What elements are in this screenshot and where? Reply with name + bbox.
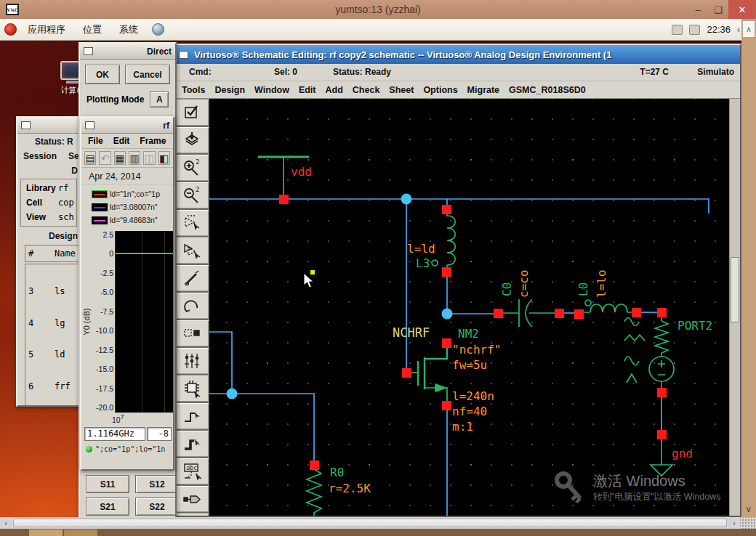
nm2-m-label[interactable]: m:1 [452,420,473,434]
overlay-icon[interactable]: ◫ [143,151,155,165]
vdd-label[interactable]: vdd [291,165,312,179]
view-value[interactable]: sch [58,212,74,222]
menu-frame[interactable]: Frame [140,136,166,146]
undo-icon[interactable]: ↶ [99,151,110,165]
l3-name-label[interactable]: L3 [416,256,430,270]
maximize-button[interactable]: ❑ [708,0,728,19]
ok-button[interactable]: OK [85,65,120,84]
r0-param-label[interactable]: r=2.5K [329,482,371,495]
cancel-button[interactable]: Cancel [125,65,170,84]
l0-name-label[interactable]: L0 [576,283,590,296]
scroll-left-icon[interactable]: ‹ [0,519,12,527]
menu-check[interactable]: Check [353,85,380,95]
net-label-nchrf[interactable]: NCHRF [393,325,430,340]
table-row[interactable]: 4 lg [28,318,79,330]
port2-name-label[interactable]: PORT2 [677,319,712,333]
menu-tools[interactable]: Tools [182,85,205,95]
taskbar-button[interactable] [64,529,97,536]
wire-name-icon[interactable]: abc [174,458,209,485]
frequency-field[interactable]: 1.1164GHz [84,427,145,441]
vnc-vertical-scrollbar[interactable]: ∧ ∨ [741,19,756,517]
patchcord-icon[interactable] [174,347,209,375]
table-row[interactable]: 5 ld [28,349,79,361]
stretch-icon[interactable] [174,209,209,237]
nm2-model-label[interactable]: "nchrf" [452,343,501,357]
scrollbar-thumb[interactable] [731,257,739,322]
c0-param-label[interactable]: c=co [517,269,531,298]
waveform-titlebar[interactable]: rf [81,118,173,134]
menu-design[interactable]: Design [214,85,245,95]
plot-canvas[interactable] [115,231,173,413]
nm2-nf-label[interactable]: nf=40 [452,405,487,418]
value-field[interactable]: -8 [147,427,172,441]
vnc-horizontal-scrollbar[interactable]: ‹ › [0,517,756,529]
plotting-mode-dropdown[interactable]: A [150,92,169,107]
menu-applications[interactable]: 应用程序 [21,23,72,36]
scroll-right-icon[interactable]: › [728,519,740,527]
table-row[interactable]: 3 ls [28,286,79,298]
menu-sheet[interactable]: Sheet [389,85,414,95]
nm2-l-label[interactable]: l=240n [452,389,494,403]
menu-pdk[interactable]: GSMC_R018S6D0 [509,85,586,95]
menu-edit[interactable]: Edit [299,85,316,95]
gnd-label[interactable]: gnd [672,447,693,460]
print-icon[interactable]: ▤ [84,151,96,165]
s11-button[interactable]: S11 [86,475,129,493]
window-menu-icon[interactable] [21,121,31,129]
menu-file[interactable]: File [88,136,103,146]
split-icon[interactable]: ◧ [158,151,170,165]
legend-item[interactable]: ld="1n";co="1p [92,187,173,200]
legend-item[interactable]: ld="9.48683n" [92,214,173,227]
c0-name-label[interactable]: C0 [500,283,514,296]
menu-session[interactable]: Session [23,151,57,161]
menu-options[interactable]: Options [423,85,457,95]
scroll-down-icon[interactable]: ∨ [741,504,756,514]
window-menu-icon[interactable] [85,121,94,129]
tray-icon[interactable] [689,25,700,35]
menu-places[interactable]: 位置 [76,23,108,36]
l3-param-label[interactable]: l=ld [407,242,435,256]
pin-icon[interactable] [174,485,209,513]
resize-grip[interactable] [740,517,756,529]
delete-icon[interactable] [174,264,209,292]
property-icon[interactable] [174,320,209,347]
table-row[interactable]: 6 frf [28,381,79,393]
ade-titlebar[interactable] [17,118,80,134]
browser-icon[interactable] [152,23,164,36]
strip-mode-icon[interactable]: ▥ [129,151,140,165]
applications-menu-icon[interactable] [4,23,17,36]
s22-button[interactable]: S22 [135,498,177,516]
wire-narrow-icon[interactable] [174,402,209,430]
taskbar-button[interactable] [29,529,63,536]
nm2-fw-label[interactable]: fw=5u [452,358,487,372]
direct-titlebar[interactable]: Direct [80,44,175,60]
s21-button[interactable]: S21 [86,498,129,516]
window-menu-icon[interactable] [84,47,93,55]
wire-wide-icon[interactable] [174,430,209,458]
check-and-save-icon[interactable] [174,99,209,126]
menu-add[interactable]: Add [326,85,343,95]
schematic-canvas[interactable]: vdd l=ld L3 NCHRF NM2 "nchrf" fw=5u l=24… [209,99,729,516]
instance-icon[interactable] [174,375,209,402]
panel-collapse-icon[interactable]: ‹ [737,25,740,35]
r0-name-label[interactable]: R0 [330,466,344,479]
menu-system[interactable]: 系统 [113,23,145,36]
cell-value[interactable]: cop [58,198,74,208]
copy-icon[interactable] [174,237,209,264]
form-icon[interactable] [174,513,209,516]
save-icon[interactable] [174,126,209,154]
virtuoso-titlebar[interactable]: Virtuoso® Schematic Editing: rf copy2 sc… [174,45,740,64]
window-menu-icon[interactable] [179,51,188,59]
grid-icon[interactable]: ▦ [114,151,126,165]
menu-edit[interactable]: Edit [113,136,130,146]
menu-migrate[interactable]: Migrate [467,85,499,95]
nm2-name-label[interactable]: NM2 [458,327,479,341]
tray-icon[interactable] [672,25,683,35]
s12-button[interactable]: S12 [135,475,177,493]
zoom-in-2x-icon[interactable]: 2 [174,154,209,182]
minimize-button[interactable]: – [688,0,708,19]
zoom-out-2x-icon[interactable]: 2 [174,182,209,209]
close-button[interactable]: ✕ [728,0,756,19]
scroll-up-icon[interactable]: ∧ [742,20,755,38]
menu-window[interactable]: Window [254,85,289,95]
